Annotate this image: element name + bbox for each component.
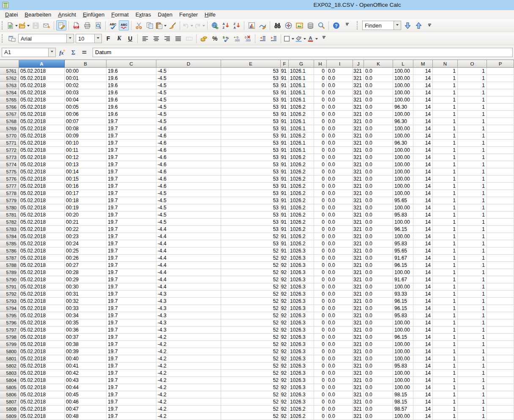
cell-L5768[interactable]: 96.30 — [393, 118, 413, 125]
cell-J5769[interactable]: 321 — [353, 125, 364, 132]
cell-N5795[interactable]: 1 — [433, 312, 458, 319]
cell-F5771[interactable]: 91 — [281, 140, 289, 147]
cell-J5773[interactable]: 321 — [353, 154, 364, 161]
cell-K5776[interactable]: 0.0 — [364, 176, 393, 183]
cell-M5798[interactable]: 14 — [413, 334, 433, 341]
delete-decimal-button[interactable]: 0.000 — [243, 33, 253, 44]
cell-N5770[interactable]: 1 — [433, 132, 458, 140]
cell-K5775[interactable]: 0.0 — [364, 168, 393, 176]
cell-F5809[interactable]: 92 — [281, 413, 289, 420]
row-header-5798[interactable]: 5798 — [0, 334, 19, 341]
cell-O5768[interactable]: 1 — [458, 118, 487, 125]
cell-J5778[interactable]: 321 — [353, 190, 364, 197]
cell-L5795[interactable]: 95.83 — [393, 312, 413, 319]
cell-L5785[interactable]: 95.83 — [393, 240, 413, 247]
page-preview-button[interactable] — [93, 20, 103, 30]
cell-P5807[interactable] — [487, 398, 514, 406]
cell-N5808[interactable]: 1 — [433, 406, 458, 413]
email-document-button[interactable] — [41, 20, 52, 30]
cell-O5781[interactable]: 1 — [458, 211, 487, 219]
cell-M5775[interactable]: 14 — [413, 168, 433, 176]
cell-K5800[interactable]: 0.0 — [364, 348, 393, 355]
cell-K5804[interactable]: 0.0 — [364, 377, 393, 384]
sort-ascending-button[interactable]: AZ — [221, 20, 231, 30]
cell-E5788[interactable]: 52 — [221, 262, 281, 269]
cell-H5792[interactable]: 0 — [314, 291, 327, 298]
cell-B5794[interactable]: 00:33 — [65, 305, 107, 312]
cell-L5794[interactable]: 96.15 — [393, 305, 413, 312]
cell-B5774[interactable]: 00:13 — [65, 161, 107, 168]
cell-G5787[interactable]: 1026.3 — [289, 255, 314, 262]
cell-A5776[interactable]: 05.02.2018 — [19, 176, 65, 183]
cell-H5785[interactable]: 0 — [314, 240, 327, 247]
cell-K5780[interactable]: 0.0 — [364, 204, 393, 211]
cell-C5799[interactable]: 19.7 — [107, 341, 156, 348]
select-all-corner[interactable] — [0, 60, 19, 68]
cell-P5767[interactable] — [487, 111, 514, 118]
row-header-5769[interactable]: 5769 — [0, 125, 19, 132]
cell-B5805[interactable]: 00:44 — [65, 384, 107, 391]
cell-D5804[interactable]: -4.2 — [156, 377, 221, 384]
add-decimal-button[interactable]: +0.000 — [232, 33, 242, 44]
cell-M5799[interactable]: 14 — [413, 341, 433, 348]
cell-O5797[interactable]: 1 — [458, 327, 487, 334]
row-header-5772[interactable]: 5772 — [0, 147, 19, 154]
cell-J5768[interactable]: 321 — [353, 118, 364, 125]
row-header-5795[interactable]: 5795 — [0, 312, 19, 319]
cell-H5805[interactable]: 0 — [314, 384, 327, 391]
cell-M5790[interactable]: 14 — [413, 276, 433, 283]
cell-J5764[interactable]: 321 — [353, 89, 364, 96]
cell-M5797[interactable]: 14 — [413, 327, 433, 334]
cell-L5805[interactable]: 100.00 — [393, 384, 413, 391]
cell-B5769[interactable]: 00:08 — [65, 125, 107, 132]
cell-D5769[interactable]: -4.6 — [156, 125, 221, 132]
cell-E5771[interactable]: 53 — [221, 140, 281, 147]
cell-P5800[interactable] — [487, 348, 514, 355]
cell-D5800[interactable]: -4.2 — [156, 348, 221, 355]
cell-N5761[interactable]: 1 — [433, 68, 458, 75]
cell-C5766[interactable]: 19.6 — [107, 104, 156, 111]
cell-B5809[interactable]: 00:48 — [65, 413, 107, 420]
row-header-5803[interactable]: 5803 — [0, 370, 19, 377]
cell-N5807[interactable]: 1 — [433, 398, 458, 406]
cell-M5770[interactable]: 14 — [413, 132, 433, 140]
row-header-5779[interactable]: 5779 — [0, 197, 19, 204]
cell-A5767[interactable]: 05.02.2018 — [19, 111, 65, 118]
cell-O5793[interactable]: 1 — [458, 298, 487, 305]
cell-M5781[interactable]: 14 — [413, 211, 433, 219]
cell-F5787[interactable]: 92 — [281, 255, 289, 262]
cell-A5799[interactable]: 05.02.2018 — [19, 341, 65, 348]
cell-O5808[interactable]: 1 — [458, 406, 487, 413]
cell-L5791[interactable]: 100.00 — [393, 283, 413, 291]
cell-G5803[interactable]: 1026.3 — [289, 370, 314, 377]
cell-N5765[interactable]: 1 — [433, 96, 458, 104]
row-header-5799[interactable]: 5799 — [0, 341, 19, 348]
cell-E5763[interactable]: 53 — [221, 82, 281, 89]
menu-einfgen[interactable]: Einfügen — [79, 11, 108, 19]
cell-J5766[interactable]: 321 — [353, 104, 364, 111]
cell-H5795[interactable]: 0 — [314, 312, 327, 319]
column-header-I[interactable]: I — [327, 60, 353, 68]
cell-F5778[interactable]: 91 — [281, 190, 289, 197]
cell-N5803[interactable]: 1 — [433, 370, 458, 377]
cell-I5780[interactable]: 0.0 — [327, 204, 353, 211]
cell-B5775[interactable]: 00:14 — [65, 168, 107, 176]
cell-O5788[interactable]: 1 — [458, 262, 487, 269]
cell-P5768[interactable] — [487, 118, 514, 125]
cell-B5764[interactable]: 00:03 — [65, 89, 107, 96]
cell-F5793[interactable]: 92 — [281, 298, 289, 305]
cell-I5801[interactable]: 0.0 — [327, 355, 353, 362]
cell-I5788[interactable]: 0.0 — [327, 262, 353, 269]
cell-M5802[interactable]: 14 — [413, 362, 433, 370]
cell-A5796[interactable]: 05.02.2018 — [19, 319, 65, 327]
cell-B5765[interactable]: 00:04 — [65, 96, 107, 104]
cell-D5791[interactable]: -4.4 — [156, 283, 221, 291]
cell-B5776[interactable]: 00:15 — [65, 176, 107, 183]
cell-I5764[interactable]: 0.0 — [327, 89, 353, 96]
cell-O5762[interactable]: 1 — [458, 75, 487, 82]
column-header-J[interactable]: J — [353, 60, 364, 68]
cell-E5799[interactable]: 52 — [221, 341, 281, 348]
cell-N5787[interactable]: 1 — [433, 255, 458, 262]
menu-datei[interactable]: Datei — [2, 11, 21, 19]
cell-C5802[interactable]: 19.7 — [107, 362, 156, 370]
